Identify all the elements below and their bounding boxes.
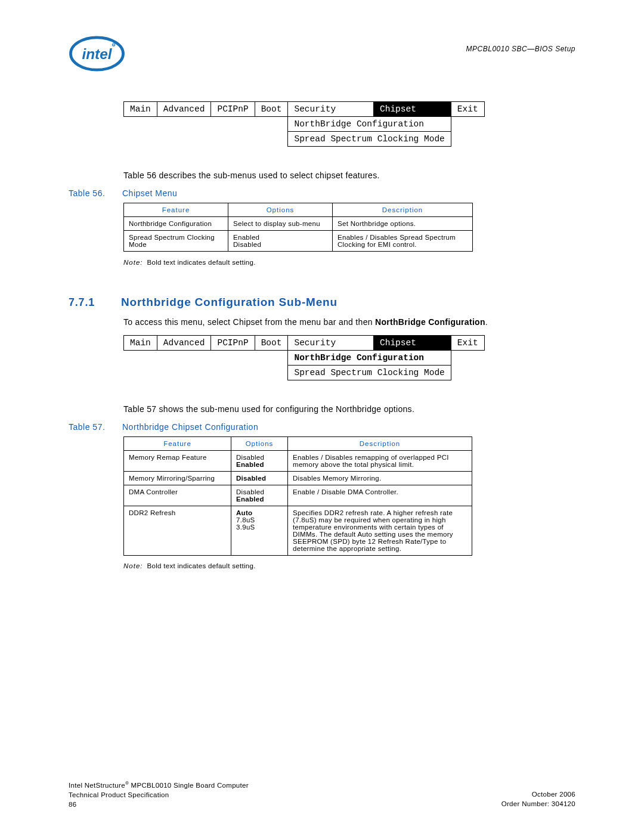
table56-note: Note: Bold text indicates default settin… — [123, 259, 575, 266]
table57-title: Northbridge Chipset Configuration — [122, 422, 258, 432]
bios-menu-2: Main Advanced PCIPnP Boot Security Chips… — [123, 335, 485, 380]
th-feature: Feature — [124, 436, 231, 450]
table-row: Spread Spectrum Clocking Mode Enabled Di… — [124, 231, 473, 252]
tab-exit: Exit — [451, 335, 484, 350]
tab-pcipnp: PCIPnP — [211, 102, 255, 117]
tab-exit: Exit — [451, 102, 484, 117]
section-body: To access this menu, select Chipset from… — [123, 317, 575, 327]
tab-boot: Boot — [255, 335, 288, 350]
table56-caption: Table 56.Chipset Menu — [69, 188, 575, 198]
table56: Feature Options Description Northbridge … — [123, 203, 473, 252]
th-options: Options — [231, 436, 288, 450]
tab-main: Main — [124, 335, 157, 350]
table-row: Northbridge Configuration Select to disp… — [124, 217, 473, 231]
table57-num: Table 57. — [69, 422, 122, 432]
header-doc-title: MPCBL0010 SBC—BIOS Setup — [466, 45, 575, 53]
table-row: Memory Remap Feature Disabled Enabled En… — [124, 450, 472, 471]
intel-logo: intel R — [69, 36, 125, 72]
th-feature: Feature — [124, 203, 228, 217]
th-description: Description — [288, 436, 472, 450]
svg-text:intel: intel — [82, 46, 112, 62]
page-header: intel R MPCBL0010 SBC—BIOS Setup — [69, 36, 575, 72]
submenu-spread-spectrum: Spread Spectrum Clocking Mode — [288, 365, 451, 380]
submenu-spread-spectrum: Spread Spectrum Clocking Mode — [288, 132, 451, 147]
tab-security: Security — [288, 102, 374, 117]
section-title: Northbridge Configuration Sub-Menu — [121, 296, 338, 308]
section-7-7-1-heading: 7.7.1Northbridge Configuration Sub-Menu — [69, 296, 575, 309]
table57: Feature Options Description Memory Remap… — [123, 436, 472, 556]
bios-menu-1: Main Advanced PCIPnP Boot Security Chips… — [123, 101, 485, 147]
submenu-northbridge: NorthBridge Configuration — [288, 117, 451, 132]
section-num: 7.7.1 — [69, 296, 121, 309]
tab-chipset: Chipset — [374, 102, 451, 117]
table-row: Memory Mirroring/Sparring Disabled Disab… — [124, 471, 472, 485]
tab-main: Main — [124, 102, 157, 117]
table57-caption: Table 57.Northbridge Chipset Configurati… — [69, 422, 575, 432]
th-options: Options — [228, 203, 333, 217]
th-description: Description — [333, 203, 473, 217]
table56-num: Table 56. — [69, 188, 122, 198]
tab-advanced: Advanced — [157, 102, 211, 117]
para-table57-intro: Table 57 shows the sub-menu used for con… — [123, 404, 575, 414]
tab-pcipnp: PCIPnP — [211, 335, 255, 350]
table56-title: Chipset Menu — [122, 188, 177, 198]
table57-note: Note: Bold text indicates default settin… — [123, 562, 575, 569]
tab-advanced: Advanced — [157, 335, 211, 350]
page-footer: Intel NetStructure® MPCBL0010 Single Boa… — [69, 780, 575, 809]
page-number: 86 — [69, 801, 76, 808]
para-table56-intro: Table 56 describes the sub-menus used to… — [123, 171, 575, 180]
submenu-northbridge-selected: NorthBridge Configuration — [288, 350, 451, 365]
table-row: DMA Controller Disabled Enabled Enable /… — [124, 485, 472, 506]
table-row: DDR2 Refresh Auto 7.8uS 3.9uS Specifies … — [124, 506, 472, 555]
tab-chipset: Chipset — [374, 335, 451, 350]
tab-boot: Boot — [255, 102, 288, 117]
tab-security: Security — [288, 335, 374, 350]
